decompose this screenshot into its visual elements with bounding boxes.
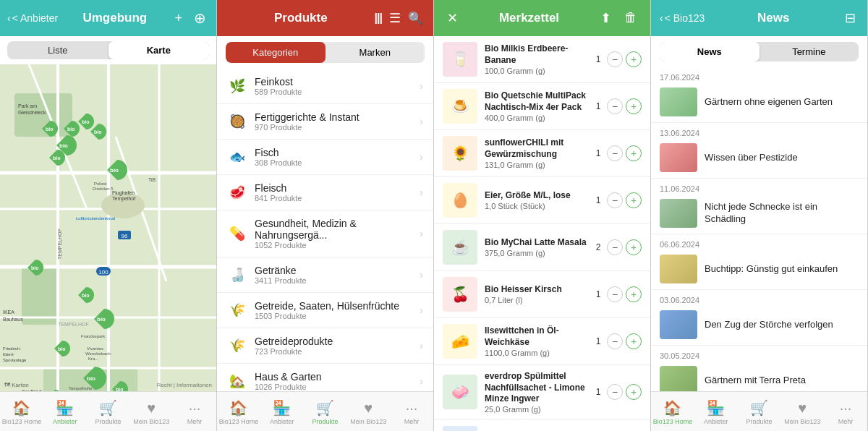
nav-anbieter[interactable]: 🏪 Anbieter bbox=[694, 395, 738, 430]
news-item[interactable]: Wissen über Pestizide bbox=[651, 139, 867, 179]
list-item[interactable]: 🥩 Fleisch 841 Produkte › bbox=[217, 175, 433, 210]
nav-produkte[interactable]: 🛒 Produkte bbox=[87, 395, 130, 430]
map-view[interactable]: TEMPELHOF 96 Park am Gleisdreieck Flugha… bbox=[0, 64, 216, 391]
quantity-controls: 1 − + bbox=[592, 51, 642, 67]
seg-kategorien[interactable]: Kategorien bbox=[226, 42, 326, 63]
nav-anbieter[interactable]: 🏪 Anbieter bbox=[43, 395, 87, 430]
seg-news[interactable]: News bbox=[660, 42, 760, 61]
svg-text:TiB: TiB bbox=[148, 177, 156, 182]
list-item[interactable]: 🥛 Hafer Drink glutenfrei 0,75 Liter (l) … bbox=[434, 420, 650, 431]
filter-button[interactable]: ⊟ bbox=[842, 7, 859, 29]
quantity-value: 2 bbox=[592, 242, 604, 252]
nav-mehr[interactable]: ··· Mehr bbox=[173, 395, 216, 430]
gesundheit-count: 1052 Produkte bbox=[255, 241, 420, 249]
add-button[interactable]: + bbox=[171, 8, 185, 29]
news-thumbnail bbox=[660, 366, 697, 391]
decrease-button[interactable]: − bbox=[607, 145, 623, 161]
list-item[interactable]: 🥚 Eier, Größe M/L, lose 1,0 Stück (Stück… bbox=[434, 177, 650, 224]
news-item[interactable]: Den Zug der Störche verfolgen bbox=[651, 306, 867, 346]
decrease-button[interactable]: − bbox=[607, 286, 623, 302]
news-item[interactable]: Gärtnern mit Terra Preta bbox=[651, 362, 867, 391]
nav-anbieter[interactable]: 🏪 Anbieter bbox=[260, 395, 304, 430]
nav-home[interactable]: 🏠 Bio123 Home bbox=[0, 395, 43, 430]
quantity-controls: 1 − + bbox=[592, 145, 642, 161]
list-item[interactable]: ☕ Bio MyChai Latte Masala 375,0 Gramm (g… bbox=[434, 224, 650, 271]
news-title: Buchtipp: Günstig gut einkaufen bbox=[705, 263, 838, 276]
product-name: Bio Milkis Erdbeere-Banane bbox=[485, 43, 592, 66]
segment-liste[interactable]: Liste bbox=[7, 41, 109, 59]
seg-termine[interactable]: Termine bbox=[760, 42, 859, 61]
svg-text:100: 100 bbox=[98, 269, 109, 276]
nav-mein[interactable]: ♥ Mein Bio123 bbox=[780, 395, 824, 430]
list-item[interactable]: 🌻 sunflowerCHILI mit Gewürzmischung 131,… bbox=[434, 130, 650, 177]
back-button[interactable]: ‹ < Bio123 bbox=[660, 12, 705, 24]
nav-home-label: Bio123 Home bbox=[2, 418, 42, 425]
increase-button[interactable]: + bbox=[626, 51, 642, 67]
list-item[interactable]: 🏡 Haus & Garten 1026 Produkte › bbox=[217, 364, 433, 391]
nav-home-label: Bio123 Home bbox=[653, 418, 693, 425]
increase-button[interactable]: + bbox=[626, 192, 642, 208]
list-item[interactable]: 🌿 Feinkost 589 Produkte › bbox=[217, 69, 433, 104]
increase-button[interactable]: + bbox=[626, 333, 642, 349]
nav-mehr[interactable]: ··· Mehr bbox=[824, 395, 867, 430]
svg-text:Friedrich-: Friedrich- bbox=[3, 346, 21, 351]
news-item[interactable]: Buchtipp: Günstig gut einkaufen bbox=[651, 250, 867, 290]
list-item[interactable]: 🌾 Getreide, Saaten, Hülsenfrüchte 1503 P… bbox=[217, 293, 433, 328]
product-name: Bio MyChai Latte Masala bbox=[485, 237, 592, 249]
seg-marken[interactable]: Marken bbox=[326, 42, 425, 63]
list-item[interactable]: 🥘 Fertiggerichte & Instant 970 Produkte … bbox=[217, 104, 433, 140]
nav-mehr[interactable]: ··· Mehr bbox=[390, 395, 433, 430]
nav-produkte[interactable]: 🛒 Produkte bbox=[738, 395, 781, 430]
search-icon[interactable]: 🔍 bbox=[408, 11, 423, 26]
barcode-icon[interactable]: ||| bbox=[375, 12, 382, 25]
back-label: < Bio123 bbox=[665, 12, 705, 24]
svg-text:bio: bio bbox=[110, 167, 119, 174]
nav-mein[interactable]: ♥ Mein Bio123 bbox=[129, 395, 173, 430]
location-button[interactable]: ⊕ bbox=[191, 7, 209, 30]
decrease-button[interactable]: − bbox=[607, 192, 623, 208]
list-item[interactable]: 🐟 Fisch 308 Produkte › bbox=[217, 140, 433, 175]
news-item[interactable]: Gärtnern ohne eigenen Garten bbox=[651, 83, 867, 123]
nav-produkte[interactable]: 🛒 Produkte bbox=[304, 395, 347, 430]
nav-mein[interactable]: ♥ Mein Bio123 bbox=[346, 395, 390, 430]
svg-text:bio: bio bbox=[46, 127, 54, 132]
increase-button[interactable]: + bbox=[626, 98, 642, 114]
gesundheit-info: Gesundheit, Medizin & Nahrungsergä... 10… bbox=[255, 218, 420, 249]
close-button[interactable]: ✕ bbox=[444, 7, 461, 29]
list-item[interactable]: 🍶 Getränke 3411 Produkte › bbox=[217, 257, 433, 293]
gesundheit-icon: 💊 bbox=[227, 223, 247, 244]
back-button[interactable]: ‹ < Anbieter bbox=[7, 12, 58, 24]
svg-text:Flughafen: Flughafen bbox=[112, 190, 135, 196]
nav-home[interactable]: 🏠 Bio123 Home bbox=[651, 395, 694, 430]
list-item[interactable]: 🌾 Getreideprodukte 723 Produkte › bbox=[217, 328, 433, 364]
list-item[interactable]: 🧼 everdrop Spülmittel Nachfüllsachet - L… bbox=[434, 365, 650, 420]
decrease-button[interactable]: − bbox=[607, 333, 623, 349]
product-weight: 400,0 Gramm (g) bbox=[485, 114, 592, 122]
product-thumb: 🥚 bbox=[443, 183, 477, 218]
increase-button[interactable]: + bbox=[626, 145, 642, 161]
news-item[interactable]: Nicht jede Schnecke ist ein Schädling bbox=[651, 195, 867, 234]
list-item[interactable]: 💊 Gesundheit, Medizin & Nahrungsergä... … bbox=[217, 210, 433, 257]
list-item[interactable]: 🧀 Ilsewittchen in Öl- Weichkäse 1100,0 G… bbox=[434, 318, 650, 365]
share-button[interactable]: ⬆ bbox=[597, 7, 614, 29]
nav-home[interactable]: 🏠 Bio123 Home bbox=[217, 395, 260, 430]
decrease-button[interactable]: − bbox=[607, 51, 623, 67]
nav-anbieter-label: Anbieter bbox=[704, 418, 728, 425]
map-segment-control: Liste Karte bbox=[7, 41, 209, 59]
fleisch-count: 841 Produkte bbox=[255, 194, 420, 202]
increase-button[interactable]: + bbox=[626, 384, 642, 400]
list-item[interactable]: 🍒 Bio Heisser Kirsch 0,7 Liter (l) 1 − + bbox=[434, 271, 650, 318]
segment-karte[interactable]: Karte bbox=[109, 41, 210, 59]
list-item[interactable]: 🥛 Bio Milkis Erdbeere-Banane 100,0 Gramm… bbox=[434, 36, 650, 83]
list-item[interactable]: 🍮 Bio Quetschie MultiPack Nachtisch-Mix … bbox=[434, 83, 650, 130]
category-list: 🌿 Feinkost 589 Produkte › 🥘 Fertiggerich… bbox=[217, 69, 433, 391]
decrease-button[interactable]: − bbox=[607, 384, 623, 400]
rights-badge: Recht | Informationen bbox=[157, 382, 212, 388]
nav-produkte-label: Produkte bbox=[95, 418, 121, 425]
decrease-button[interactable]: − bbox=[607, 239, 623, 255]
trash-button[interactable]: 🗑 bbox=[621, 7, 640, 29]
list-icon[interactable]: ☰ bbox=[389, 10, 401, 26]
increase-button[interactable]: + bbox=[626, 286, 642, 302]
increase-button[interactable]: + bbox=[626, 239, 642, 255]
decrease-button[interactable]: − bbox=[607, 98, 623, 114]
